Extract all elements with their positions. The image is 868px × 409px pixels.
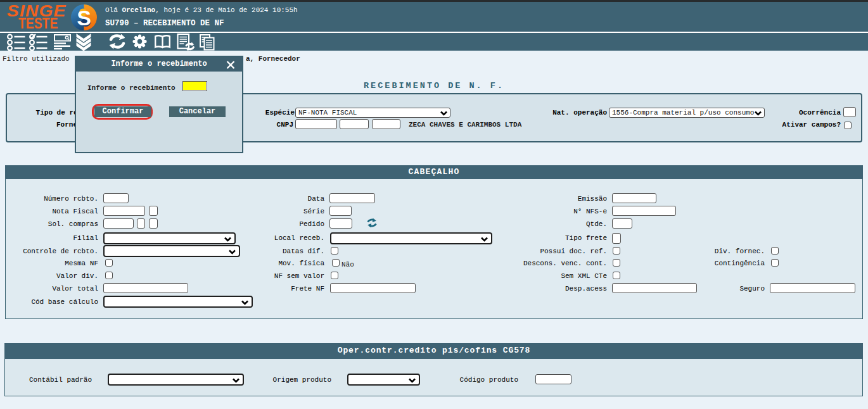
svg-text:S: S	[77, 6, 91, 30]
